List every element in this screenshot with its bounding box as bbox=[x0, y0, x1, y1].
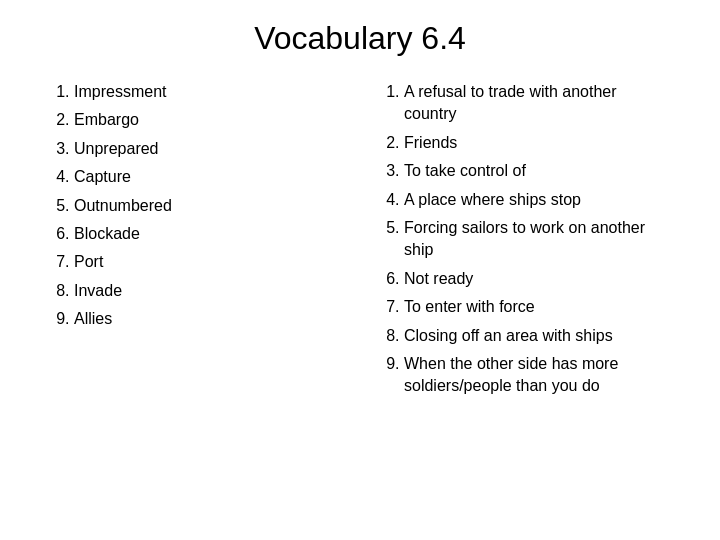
list-item: Invade bbox=[74, 280, 340, 302]
list-item: Closing off an area with ships bbox=[404, 325, 670, 347]
left-column: ImpressmentEmbargoUnpreparedCaptureOutnu… bbox=[40, 81, 350, 520]
list-item: To take control of bbox=[404, 160, 670, 182]
list-item: Unprepared bbox=[74, 138, 340, 160]
page-title: Vocabulary 6.4 bbox=[40, 20, 680, 57]
list-item: Allies bbox=[74, 308, 340, 330]
list-item: Outnumbered bbox=[74, 195, 340, 217]
list-item: Not ready bbox=[404, 268, 670, 290]
vocabulary-list: ImpressmentEmbargoUnpreparedCaptureOutnu… bbox=[50, 81, 340, 331]
right-column: A refusal to trade with another countryF… bbox=[370, 81, 680, 520]
list-item: Blockade bbox=[74, 223, 340, 245]
list-item: Friends bbox=[404, 132, 670, 154]
list-item: To enter with force bbox=[404, 296, 670, 318]
list-item: When the other side has more soldiers/pe… bbox=[404, 353, 670, 398]
list-item: Capture bbox=[74, 166, 340, 188]
content-area: ImpressmentEmbargoUnpreparedCaptureOutnu… bbox=[40, 81, 680, 520]
page: Vocabulary 6.4 ImpressmentEmbargoUnprepa… bbox=[0, 0, 720, 540]
list-item: Embargo bbox=[74, 109, 340, 131]
list-item: Port bbox=[74, 251, 340, 273]
list-item: A refusal to trade with another country bbox=[404, 81, 670, 126]
list-item: A place where ships stop bbox=[404, 189, 670, 211]
list-item: Impressment bbox=[74, 81, 340, 103]
definitions-list: A refusal to trade with another countryF… bbox=[380, 81, 670, 398]
list-item: Forcing sailors to work on another ship bbox=[404, 217, 670, 262]
